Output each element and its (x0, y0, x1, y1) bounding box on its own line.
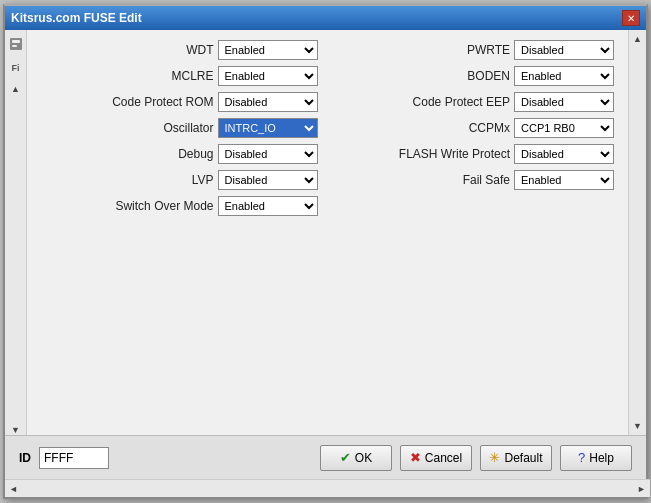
left-select-6[interactable]: Enabled (218, 196, 318, 216)
left-label-3: Oscillator (124, 121, 214, 135)
ok-button[interactable]: ✔ OK (320, 445, 392, 471)
sidebar-icon-1 (8, 36, 24, 52)
sidebar-scroll-down[interactable]: ▼ (11, 425, 20, 435)
right-select-4[interactable]: Disabled (514, 144, 614, 164)
right-form-row-4: FLASH Write ProtectDisabled (338, 144, 615, 164)
left-form-row-3: OscillatorINTRC_IO (41, 118, 318, 138)
right-select-0[interactable]: Disabled (514, 40, 614, 60)
right-label-0: PWRTE (420, 43, 510, 57)
left-select-2[interactable]: Disabled (218, 92, 318, 112)
right-sidebar: ▲ ▼ (628, 30, 646, 435)
right-scroll-down[interactable]: ▼ (631, 421, 644, 431)
form-grid: WDTEnabledMCLREEnabledCode Protect ROMDi… (41, 40, 614, 425)
help-label: Help (589, 451, 614, 465)
right-select-3[interactable]: CCP1 RB0 (514, 118, 614, 138)
left-label-6: Switch Over Mode (115, 199, 213, 213)
right-select-1[interactable]: Enabled (514, 66, 614, 86)
left-label-5: LVP (124, 173, 214, 187)
left-form-row-0: WDTEnabled (41, 40, 318, 60)
right-form-row-3: CCPMxCCP1 RB0 (338, 118, 615, 138)
left-sidebar: Fi ▲ ▼ (5, 30, 27, 435)
svg-rect-0 (10, 38, 22, 50)
left-form-row-2: Code Protect ROMDisabled (41, 92, 318, 112)
right-label-5: Fail Safe (420, 173, 510, 187)
right-label-1: BODEN (420, 69, 510, 83)
left-label-0: WDT (124, 43, 214, 57)
help-icon: ? (578, 450, 585, 465)
svg-rect-2 (12, 45, 17, 47)
cancel-label: Cancel (425, 451, 462, 465)
bottom-nav-right[interactable]: ► (637, 484, 646, 494)
default-button[interactable]: ✳ Default (480, 445, 552, 471)
window-title: Kitsrus.com FUSE Edit (11, 11, 142, 25)
bottom-bar: ID ✔ OK ✖ Cancel ✳ Default ? Help (5, 435, 646, 479)
left-column: WDTEnabledMCLREEnabledCode Protect ROMDi… (41, 40, 318, 425)
cancel-button[interactable]: ✖ Cancel (400, 445, 472, 471)
left-select-5[interactable]: Disabled (218, 170, 318, 190)
left-form-row-1: MCLREEnabled (41, 66, 318, 86)
help-button[interactable]: ? Help (560, 445, 632, 471)
title-bar: Kitsrus.com FUSE Edit ✕ (5, 6, 646, 30)
right-select-5[interactable]: Enabled (514, 170, 614, 190)
left-form-row-5: LVPDisabled (41, 170, 318, 190)
left-select-1[interactable]: Enabled (218, 66, 318, 86)
main-window: Kitsrus.com FUSE Edit ✕ Fi ▲ ▼ WDTEnable… (3, 4, 648, 499)
left-label-1: MCLRE (124, 69, 214, 83)
right-form-row-2: Code Protect EEPDisabled (338, 92, 615, 112)
left-label-2: Code Protect ROM (112, 95, 213, 109)
left-select-4[interactable]: Disabled (218, 144, 318, 164)
id-label: ID (19, 451, 31, 465)
id-input[interactable] (39, 447, 109, 469)
form-content: WDTEnabledMCLREEnabledCode Protect ROMDi… (27, 30, 628, 435)
title-bar-buttons: ✕ (622, 10, 640, 26)
right-form-row-1: BODENEnabled (338, 66, 615, 86)
right-form-row-5: Fail SafeEnabled (338, 170, 615, 190)
right-label-4: FLASH Write Protect (399, 147, 510, 161)
left-select-3[interactable]: INTRC_IO (218, 118, 318, 138)
right-label-3: CCPMx (420, 121, 510, 135)
cancel-icon: ✖ (410, 450, 421, 465)
left-select-0[interactable]: Enabled (218, 40, 318, 60)
right-select-2[interactable]: Disabled (514, 92, 614, 112)
right-scroll-up[interactable]: ▲ (631, 34, 644, 44)
ok-icon: ✔ (340, 450, 351, 465)
default-label: Default (504, 451, 542, 465)
left-form-row-6: Switch Over ModeEnabled (41, 196, 318, 216)
bottom-nav-left[interactable]: ◄ (9, 484, 18, 494)
bottom-nav: ◄ ► (5, 479, 650, 497)
content-area: Fi ▲ ▼ WDTEnabledMCLREEnabledCode Protec… (5, 30, 646, 435)
sidebar-scroll-up[interactable]: ▲ (11, 84, 20, 94)
sidebar-icon-file: Fi (8, 60, 24, 76)
default-icon: ✳ (489, 450, 500, 465)
left-label-4: Debug (124, 147, 214, 161)
right-label-2: Code Protect EEP (413, 95, 510, 109)
right-form-row-0: PWRTEDisabled (338, 40, 615, 60)
left-form-row-4: DebugDisabled (41, 144, 318, 164)
right-column: PWRTEDisabledBODENEnabledCode Protect EE… (338, 40, 615, 425)
ok-label: OK (355, 451, 372, 465)
close-button[interactable]: ✕ (622, 10, 640, 26)
svg-rect-1 (12, 40, 20, 43)
